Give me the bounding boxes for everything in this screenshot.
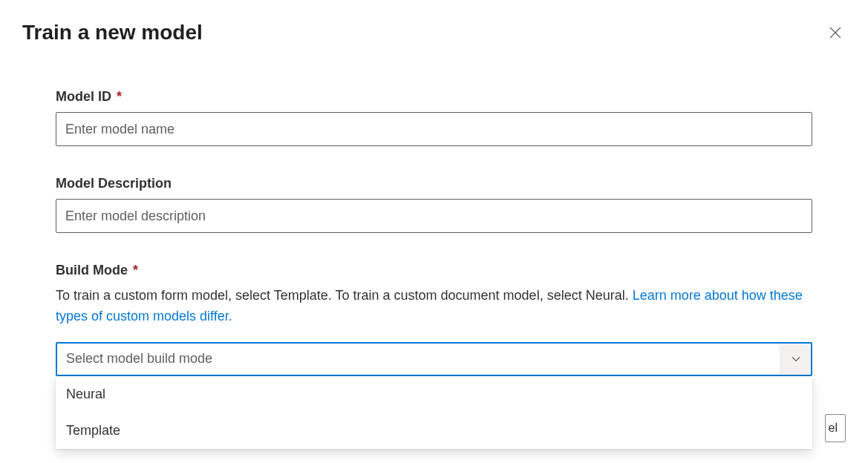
- close-button[interactable]: [825, 22, 846, 43]
- build-mode-label: Build Mode *: [56, 263, 812, 278]
- model-description-field-group: Model Description: [56, 176, 812, 233]
- build-mode-help-text: To train a custom form model, select Tem…: [56, 286, 812, 327]
- build-mode-select-placeholder: Select model build mode: [66, 351, 212, 367]
- required-mark: *: [117, 89, 122, 104]
- model-description-label: Model Description: [56, 176, 812, 191]
- build-mode-label-text: Build Mode: [56, 263, 128, 278]
- build-mode-dropdown-list: Neural Template: [56, 376, 812, 449]
- form-area: Model ID * Model Description Build Mode …: [22, 45, 846, 376]
- build-mode-select-wrapper: Select model build mode Neural Template: [56, 342, 812, 376]
- model-id-field-group: Model ID *: [56, 89, 812, 146]
- model-id-label: Model ID *: [56, 89, 812, 105]
- dropdown-option-neural[interactable]: Neural: [56, 376, 812, 413]
- close-icon: [829, 27, 841, 39]
- model-id-input[interactable]: [56, 112, 812, 146]
- build-mode-help-text-body: To train a custom form model, select Tem…: [56, 288, 633, 303]
- model-id-label-text: Model ID: [56, 89, 111, 104]
- model-description-input[interactable]: [56, 199, 812, 233]
- cancel-button-label-fragment: el: [829, 421, 838, 435]
- dialog-title: Train a new model: [22, 21, 203, 45]
- required-mark: *: [133, 263, 138, 278]
- chevron-down-icon: [780, 344, 811, 375]
- build-mode-select[interactable]: Select model build mode: [56, 342, 812, 376]
- cancel-button[interactable]: el: [825, 414, 846, 442]
- build-mode-field-group: Build Mode * To train a custom form mode…: [56, 263, 812, 376]
- dropdown-option-template[interactable]: Template: [56, 413, 812, 449]
